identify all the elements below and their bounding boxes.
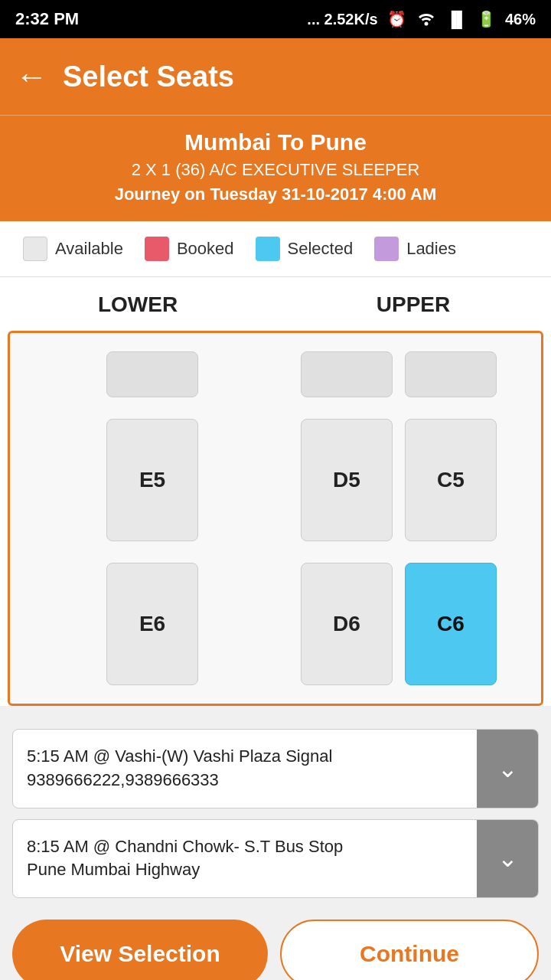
chevron-down-icon-2: ⌄ xyxy=(497,844,518,873)
status-bar: 2:32 PM ... 2.52K/s ⏰ ▐▌ 🔋 46% xyxy=(0,0,551,38)
legend: Available Booked Selected Ladies xyxy=(0,221,551,277)
ladies-box xyxy=(374,237,399,261)
seat-C5-label: C5 xyxy=(437,468,465,492)
upper-deck-label: UPPER xyxy=(276,292,551,317)
continue-button[interactable]: Continue xyxy=(280,920,539,980)
lower-col-6: E6 xyxy=(33,563,272,685)
deck-headers: LOWER UPPER xyxy=(0,277,551,325)
legend-available: Available xyxy=(23,237,123,261)
boarding-section: 5:15 AM @ Vashi-(W) Vashi Plaza Signal93… xyxy=(0,721,551,906)
seat-C6[interactable]: C6 xyxy=(405,563,497,685)
bottom-buttons: View Selection Continue xyxy=(0,906,551,980)
back-button[interactable]: ← xyxy=(15,58,47,95)
journey-route: Mumbai To Pune xyxy=(15,129,536,155)
boarding-point-2[interactable]: 8:15 AM @ Chandni Chowk- S.T Bus StopPun… xyxy=(12,819,539,899)
seat-C6-label: C6 xyxy=(437,612,465,636)
seat-E6[interactable]: E6 xyxy=(106,563,198,685)
seat-grid: E5 D5 C5 E6 D6 xyxy=(8,331,543,706)
seat-D6-label: D6 xyxy=(333,612,360,636)
bus-type: 2 X 1 (36) A/C EXECUTIVE SLEEPER xyxy=(15,160,536,180)
seat-E5[interactable]: E5 xyxy=(106,419,198,541)
selected-label: Selected xyxy=(288,239,354,259)
seat-row-5: E5 D5 C5 xyxy=(10,408,541,552)
legend-ladies: Ladies xyxy=(374,237,456,261)
seat-row-6: E6 D6 C6 xyxy=(10,552,541,696)
signal-icon: ▐▌ xyxy=(446,11,468,28)
seat-E6-label: E6 xyxy=(139,612,165,636)
boarding-text-1: 5:15 AM @ Vashi-(W) Vashi Plaza Signal93… xyxy=(13,730,477,808)
network-speed: ... 2.52K/s xyxy=(307,11,377,28)
seat-D6[interactable]: D6 xyxy=(301,563,393,685)
booked-label: Booked xyxy=(177,239,234,259)
svg-point-0 xyxy=(424,21,428,25)
boarding-dropdown-btn-2[interactable]: ⌄ xyxy=(477,820,538,898)
page-title: Select Seats xyxy=(63,60,234,93)
battery-percent: 46% xyxy=(505,11,536,28)
journey-date-value: Tuesday 31-10-2017 4:00 AM xyxy=(210,185,436,204)
lower-deck-label: LOWER xyxy=(0,292,276,317)
journey-banner: Mumbai To Pune 2 X 1 (36) A/C EXECUTIVE … xyxy=(0,115,551,221)
nav-bar: ← Select Seats xyxy=(0,38,551,115)
seat-partial-upper1[interactable] xyxy=(301,351,393,397)
seat-partial-upper2[interactable] xyxy=(405,351,497,397)
upper-partial-cols xyxy=(279,351,518,397)
boarding-dropdown-btn-1[interactable]: ⌄ xyxy=(477,730,538,808)
lower-partial-col xyxy=(33,351,272,397)
wifi-icon xyxy=(416,9,437,30)
battery-icon: 🔋 xyxy=(477,10,496,28)
lower-col-5: E5 xyxy=(33,419,272,541)
available-label: Available xyxy=(55,239,123,259)
seat-section: LOWER UPPER E5 D5 xyxy=(0,277,551,706)
seat-E5-label: E5 xyxy=(139,468,165,492)
upper-cols-5: D5 C5 xyxy=(279,419,518,541)
view-selection-button[interactable]: View Selection xyxy=(12,920,268,980)
alarm-icon: ⏰ xyxy=(387,10,406,28)
seat-partial-lower[interactable] xyxy=(106,351,198,397)
boarding-text-2: 8:15 AM @ Chandni Chowk- S.T Bus StopPun… xyxy=(13,820,477,898)
chevron-down-icon-1: ⌄ xyxy=(497,754,518,783)
journey-label: Journey on xyxy=(115,185,206,204)
selected-box xyxy=(256,237,280,261)
seat-D5-label: D5 xyxy=(333,468,360,492)
ladies-label: Ladies xyxy=(406,239,456,259)
upper-cols-6: D6 C6 xyxy=(279,563,518,685)
boarding-point-1[interactable]: 5:15 AM @ Vashi-(W) Vashi Plaza Signal93… xyxy=(12,729,539,808)
journey-date: Journey on Tuesday 31-10-2017 4:00 AM xyxy=(15,185,536,204)
status-time: 2:32 PM xyxy=(15,9,79,29)
seat-row-partial xyxy=(10,341,541,408)
available-box xyxy=(23,237,47,261)
seat-C5[interactable]: C5 xyxy=(405,419,497,541)
seat-D5[interactable]: D5 xyxy=(301,419,393,541)
status-right: ... 2.52K/s ⏰ ▐▌ 🔋 46% xyxy=(307,9,536,30)
legend-selected: Selected xyxy=(256,237,354,261)
booked-box xyxy=(145,237,169,261)
legend-booked: Booked xyxy=(145,237,234,261)
